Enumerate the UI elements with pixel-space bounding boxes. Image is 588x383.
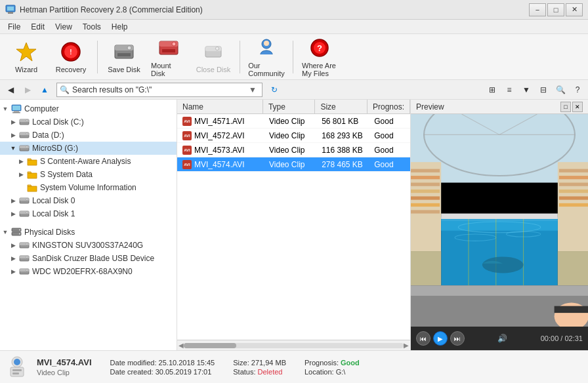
minimize-button[interactable]: − — [529, 3, 546, 16]
tree-item-local-disk-1[interactable]: ▶ Local Disk 1 — [0, 207, 177, 220]
tree-item-microsd-g[interactable]: ▼ MicroSD (G:) — [0, 142, 177, 155]
svg-point-94 — [14, 359, 20, 365]
tree-item-local-c[interactable]: ▶ Local Disk (C:) — [0, 115, 177, 129]
view-options-button[interactable]: ⊟ — [536, 82, 551, 98]
hdd-icon-d — [18, 130, 30, 140]
where-files-label: Where Are My Files — [302, 62, 337, 77]
community-icon — [255, 36, 278, 60]
svg-point-44 — [19, 230, 20, 231]
status-deleted-value: Deleted — [258, 368, 283, 376]
menu-tools[interactable]: Tools — [77, 21, 106, 33]
tree-label-microsd-g: MicroSD (G:) — [32, 144, 177, 153]
status-dates: Date modified: 25.10.2018 15:45 Date cre… — [110, 359, 215, 376]
tree-item-sandisk[interactable]: ▶ SanDisk Cruzer Blade USB Device — [0, 252, 177, 265]
tree-label-system-data: S System Data — [40, 170, 177, 179]
svg-marker-3 — [16, 43, 36, 61]
search-input[interactable] — [72, 85, 249, 94]
menu-edit[interactable]: Edit — [26, 21, 50, 33]
rewind-button[interactable]: ⏮ — [416, 331, 430, 346]
tree-item-data-d[interactable]: ▶ Data (D:) — [0, 129, 177, 142]
refresh-button[interactable]: ↻ — [266, 82, 282, 98]
menu-file[interactable]: File — [3, 21, 26, 33]
where-files-button[interactable]: ? Where Are My Files — [299, 37, 341, 77]
svg-rect-71 — [559, 176, 588, 179]
forward-button[interactable]: ▶ — [20, 82, 35, 98]
tree-item-computer[interactable]: ▼ Computer — [0, 102, 177, 115]
status-filename: MVI_4574.AVI — [37, 357, 92, 367]
community-button[interactable]: Our Community — [245, 37, 287, 77]
view-list-button[interactable]: ≡ — [501, 82, 517, 98]
svg-rect-85 — [441, 214, 558, 219]
expander-physical-disks: ▼ — [0, 229, 10, 235]
hdd-icon-kingston — [18, 240, 30, 251]
wizard-label: Wizard — [15, 66, 37, 73]
status-size: Size: 271,94 MB — [233, 359, 286, 367]
status-prognosis: Prognosis: Good — [304, 359, 360, 367]
svg-point-54 — [26, 270, 28, 272]
svg-rect-72 — [559, 183, 588, 186]
table-row[interactable]: AVI MVI_4572.AVI Video Clip 168 293 KB G… — [177, 129, 410, 143]
expander-local-c: ▶ — [8, 119, 18, 125]
close-button[interactable]: ✕ — [566, 3, 583, 16]
preview-header: Preview □ ✕ — [411, 100, 588, 114]
tree-item-wdc[interactable]: ▶ WDC WD20EFRX-68AX9N0 — [0, 265, 177, 278]
svg-rect-96 — [12, 369, 22, 371]
table-row[interactable]: AVI MVI_4571.AVI Video Clip 56 801 KB Go… — [177, 114, 410, 129]
tree-item-system-volume[interactable]: ▶ System Volume Information — [0, 181, 177, 194]
fast-forward-button[interactable]: ⏭ — [450, 331, 465, 346]
preview-close-btn[interactable]: ✕ — [572, 102, 583, 112]
col-header-type[interactable]: Type — [263, 100, 316, 113]
toolbar-sep-2 — [240, 41, 240, 73]
mount-disk-icon — [157, 36, 180, 60]
mount-disk-button[interactable]: Mount Disk — [148, 37, 190, 77]
search-dropdown-icon[interactable]: ▼ — [249, 85, 259, 94]
col-header-size[interactable]: Size — [315, 100, 368, 113]
horizontal-scrollbar[interactable]: ◀ ▶ — [177, 340, 410, 350]
tree-item-physical-disks[interactable]: ▼ Physical Disks — [0, 226, 177, 239]
svg-point-9 — [127, 46, 131, 50]
menu-help[interactable]: Help — [106, 21, 133, 33]
title-bar-text: Hetman Partition Recovery 2.8 (Commercia… — [20, 5, 203, 14]
svg-rect-68 — [411, 203, 440, 207]
maximize-button[interactable]: □ — [547, 3, 564, 16]
back-button[interactable]: ◀ — [3, 82, 18, 98]
search-button[interactable]: 🔍 — [553, 82, 568, 98]
tree-item-local-disk-0[interactable]: ▶ Local Disk 0 — [0, 194, 177, 207]
svg-rect-24 — [12, 106, 20, 110]
help-icon-button[interactable]: ? — [570, 82, 585, 98]
status-status: Status: Deleted — [233, 368, 286, 376]
close-disk-button[interactable]: Close Disk — [192, 37, 234, 77]
hdd-icon-g — [18, 143, 30, 153]
tree-item-content-aware[interactable]: ▶ S Content-Aware Analysis — [0, 155, 177, 168]
scroll-left-btn[interactable]: ◀ — [178, 342, 184, 349]
file-size-1: 56 801 KB — [316, 115, 369, 127]
table-row[interactable]: AVI MVI_4573.AVI Video Clip 116 388 KB G… — [177, 143, 410, 157]
col-header-name[interactable]: Name — [177, 100, 263, 113]
svg-point-38 — [26, 199, 28, 201]
up-button[interactable]: ▲ — [37, 82, 52, 98]
scroll-right-btn[interactable]: ▶ — [404, 342, 409, 349]
status-size-status: Size: 271,94 MB Status: Deleted — [233, 359, 286, 376]
hdd-icon-sandisk — [18, 253, 30, 264]
menu-view[interactable]: View — [50, 21, 77, 33]
wizard-button[interactable]: Wizard — [5, 37, 47, 77]
preview-restore-btn[interactable]: □ — [560, 102, 571, 112]
tree-item-system-data[interactable]: ▶ S System Data — [0, 168, 177, 181]
view-grid-button[interactable]: ⊞ — [484, 82, 500, 98]
save-disk-button[interactable]: Save Disk — [103, 37, 145, 77]
play-button[interactable]: ▶ — [433, 331, 448, 346]
col-header-prognosis[interactable]: Prognos: — [368, 100, 410, 113]
volume-icon[interactable]: 🔊 — [497, 334, 507, 343]
filter-button[interactable]: ▼ — [518, 82, 534, 98]
table-row[interactable]: AVI MVI_4574.AVI Video Clip 278 465 KB G… — [177, 157, 410, 172]
file-name-3: AVI MVI_4573.AVI — [177, 144, 264, 156]
recovery-button[interactable]: ! Recovery — [50, 37, 92, 77]
file-type-3: Video Clip — [264, 144, 316, 156]
tree-item-kingston[interactable]: ▶ KINGSTON SUV300S37A240G — [0, 239, 177, 252]
tree-label-local-disk-0: Local Disk 0 — [32, 196, 177, 205]
avi-icon-2: AVI — [182, 131, 192, 140]
scrollbar-thumb[interactable] — [184, 343, 236, 348]
svg-rect-1 — [7, 7, 14, 10]
svg-point-88 — [482, 256, 524, 273]
svg-point-45 — [19, 233, 20, 235]
